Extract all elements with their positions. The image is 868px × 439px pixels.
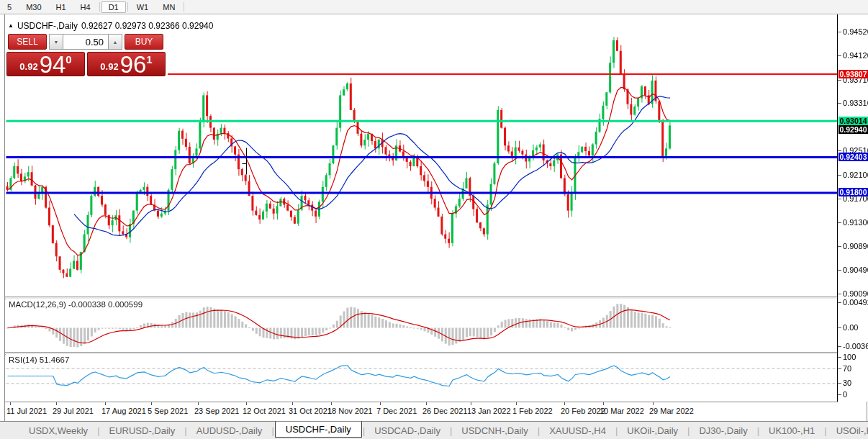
date-axis-tick	[471, 402, 471, 405]
date-axis-label: 29 Jul 2021	[53, 407, 94, 415]
price-axis-tick	[838, 55, 841, 56]
buy-price-button[interactable]: 0.92 96 1	[87, 52, 166, 76]
rsi-axis-tick	[838, 357, 841, 358]
buy-price-prefix: 0.92	[100, 61, 118, 72]
chart-window: 5M30H1H4D1W1MN 0.945200.941200.937100.93…	[0, 0, 868, 439]
macd-axis-tick	[838, 327, 841, 328]
date-axis-label: 10 Mar 2022	[600, 407, 644, 415]
toolbar-separator	[127, 2, 128, 12]
collapse-panel-icon[interactable]: ▲	[8, 23, 14, 29]
date-axis-tick	[151, 402, 152, 405]
price-axis-label: 0.90490	[843, 266, 868, 274]
sell-button[interactable]: SELL	[8, 34, 47, 50]
price-level-label: 0.92403	[838, 153, 868, 161]
rsi-axis-label: 30	[843, 379, 851, 387]
date-axis-tick	[292, 402, 293, 405]
price-axis-label: 0.92100	[843, 171, 868, 179]
date-axis-label: 17 Aug 2021	[101, 407, 146, 415]
date-axis-label: 5 Sep 2021	[148, 407, 188, 415]
date-axis-label: 11 Jul 2021	[6, 407, 47, 415]
chart-tab-bar: USDX,Weekly|EURUSD-,Daily|AUDUSD-,Daily|…	[0, 421, 868, 439]
timeframe-button-w1[interactable]: W1	[130, 1, 156, 13]
tab-xauusd-h4[interactable]: XAUUSD-,H4	[541, 424, 615, 438]
rsi-indicator-canvas[interactable]	[6, 354, 837, 401]
tab-usoil-h1[interactable]: USOil-,H1	[828, 424, 868, 438]
date-axis-tick	[603, 402, 604, 405]
ohlc-values: 0.92627 0.92973 0.92366 0.92940	[81, 21, 214, 31]
date-axis-tick	[246, 402, 247, 405]
date-axis-label: 7 Dec 2021	[376, 407, 417, 415]
tab-usdchf-daily[interactable]: USDCHF-,Daily	[275, 421, 362, 438]
one-click-trading-panel: ▲ USDCHF-,Daily 0.92627 0.92973 0.92366 …	[5, 19, 168, 78]
price-axis-label: 0.90090	[843, 290, 868, 298]
price-axis-tick	[838, 270, 841, 271]
sell-price-button[interactable]: 0.92 94 0	[6, 52, 85, 76]
tab-eurusd-daily[interactable]: EURUSD-,Daily	[101, 424, 184, 438]
rsi-axis-tick	[838, 383, 841, 384]
macd-axis-tick	[838, 346, 841, 347]
volume-increase-button[interactable]: ▲	[108, 34, 122, 50]
date-axis-label: 29 Mar 2022	[649, 407, 694, 415]
price-axis-tick	[838, 175, 841, 176]
macd-axis-tick	[838, 302, 841, 303]
price-axis-tick	[838, 150, 841, 151]
rsi-axis-label: 0	[843, 391, 847, 399]
price-axis-tick	[838, 103, 841, 104]
tab-dj30-daily[interactable]: DJ30-,Daily	[690, 424, 756, 438]
tab-uk100-h1[interactable]: UK100-,H1	[760, 424, 823, 438]
macd-axis-label: -0.00361	[843, 343, 868, 350]
price-axis-tick	[838, 294, 841, 294]
date-axis-label: 31 Oct 2021	[289, 407, 332, 415]
date-axis-label: 1 Feb 2022	[512, 407, 553, 415]
tab-usdcad-daily[interactable]: USDCAD-,Daily	[366, 424, 449, 438]
rsi-axis-label: 70	[843, 365, 851, 373]
timeframe-button-d1[interactable]: D1	[101, 1, 126, 13]
arrow-down-icon: ▼	[54, 40, 59, 45]
date-axis-label: 23 Sep 2021	[194, 407, 239, 415]
date-axis-label: 12 Oct 2021	[243, 407, 286, 415]
price-axis-tick	[838, 80, 841, 81]
date-axis-label: 13 Jan 2022	[467, 407, 511, 415]
volume-input[interactable]	[63, 34, 108, 50]
timeframe-toolbar: 5M30H1H4D1W1MN	[0, 0, 868, 14]
price-axis-label: 0.94120	[843, 52, 868, 60]
price-axis-tick	[838, 222, 841, 223]
price-level-label: 0.91800	[838, 188, 868, 196]
volume-decrease-button[interactable]: ▼	[49, 34, 63, 50]
date-axis-label: 26 Dec 2021	[422, 407, 467, 415]
date-axis-tick	[380, 402, 381, 405]
timeframe-button-h4[interactable]: H4	[73, 1, 98, 13]
date-axis-tick	[105, 402, 106, 405]
sell-price-prefix: 0.92	[19, 61, 37, 72]
rsi-axis-tick	[838, 394, 841, 395]
macd-axis-label: 0.004926	[843, 299, 868, 307]
date-axis-tick	[564, 402, 565, 405]
tab-usdx-weekly[interactable]: USDX,Weekly	[20, 424, 96, 438]
timeframe-button-5[interactable]: 5	[0, 1, 19, 13]
buy-price-pip: 1	[146, 53, 152, 65]
timeframe-button-mn[interactable]: MN	[155, 1, 182, 13]
tab-usdcnh-daily[interactable]: USDCNH-,Daily	[453, 424, 536, 438]
price-axis-tick	[838, 199, 841, 199]
timeframe-button-h1[interactable]: H1	[49, 1, 73, 13]
tab-audusd-daily[interactable]: AUDUSD-,Daily	[188, 424, 271, 438]
price-level-label: 0.93807	[838, 70, 868, 78]
current-price-label: 0.92940	[838, 125, 868, 134]
price-axis-tick	[838, 246, 841, 247]
tab-ukoil-daily[interactable]: UKOil-,Daily	[618, 424, 687, 438]
toolbar-separator	[184, 2, 184, 12]
date-axis-tick	[56, 402, 57, 405]
date-axis-tick	[198, 402, 199, 405]
date-axis-tick	[426, 402, 427, 405]
rsi-label: RSI(14) 51.4667	[9, 356, 69, 364]
rsi-axis-tick	[838, 368, 841, 369]
date-axis-tick	[516, 402, 517, 405]
date-axis-label: 18 Nov 2021	[327, 407, 372, 415]
buy-button[interactable]: BUY	[125, 34, 163, 50]
arrow-up-icon: ▲	[113, 40, 118, 45]
price-axis-label: 0.90890	[843, 243, 868, 250]
timeframe-button-m30[interactable]: M30	[19, 1, 48, 13]
macd-label: MACD(12,26,9) -0.000338 0.000599	[9, 300, 143, 309]
sell-price-pip: 0	[65, 53, 71, 65]
volume-stepper: ▼ ▲	[49, 34, 122, 50]
